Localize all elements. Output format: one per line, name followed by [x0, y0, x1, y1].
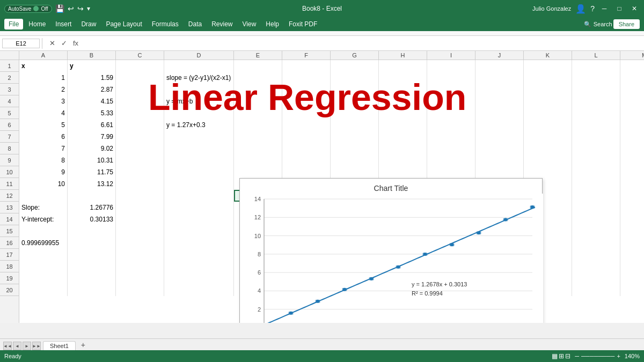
cell-L15[interactable] — [572, 225, 620, 237]
cell-L7[interactable] — [572, 131, 620, 143]
cell-G2[interactable] — [331, 72, 379, 84]
cell-B16[interactable] — [68, 237, 116, 249]
cell-F7[interactable] — [282, 131, 331, 143]
row-header-18[interactable]: 18 — [0, 261, 19, 272]
cell-D14[interactable] — [164, 213, 234, 225]
cell-H3[interactable] — [379, 84, 427, 95]
cell-E4[interactable] — [234, 95, 282, 107]
cell-E5[interactable] — [234, 107, 282, 119]
cell-E3[interactable] — [234, 84, 282, 95]
cell-C8[interactable] — [116, 143, 164, 154]
cell-C1[interactable] — [116, 60, 164, 72]
cell-C5[interactable] — [116, 107, 164, 119]
cell-I10[interactable] — [427, 166, 475, 178]
cell-G10[interactable] — [331, 166, 379, 178]
cell-D19[interactable] — [164, 272, 234, 284]
cell-K4[interactable] — [524, 95, 572, 107]
cell-A2[interactable]: 1 — [19, 72, 68, 84]
cell-L3[interactable] — [572, 84, 620, 95]
row-header-10[interactable]: 10 — [0, 166, 19, 178]
cell-M5[interactable] — [620, 107, 644, 119]
row-header-3[interactable]: 3 — [0, 84, 19, 95]
cell-F9[interactable] — [282, 154, 331, 166]
cell-D13[interactable] — [164, 202, 234, 213]
row-header-20[interactable]: 20 — [0, 284, 19, 296]
cell-B2[interactable]: 1.59 — [68, 72, 116, 84]
cell-C14[interactable] — [116, 213, 164, 225]
cell-C9[interactable] — [116, 154, 164, 166]
col-header-B[interactable]: B — [68, 51, 116, 60]
cell-M11[interactable] — [620, 178, 644, 190]
cell-C17[interactable] — [116, 249, 164, 261]
cell-I9[interactable] — [427, 154, 475, 166]
cell-B9[interactable]: 10.31 — [68, 154, 116, 166]
cell-E8[interactable] — [234, 143, 282, 154]
cell-G5[interactable] — [331, 107, 379, 119]
cell-M18[interactable] — [620, 261, 644, 272]
cell-H10[interactable] — [379, 166, 427, 178]
cell-M19[interactable] — [620, 272, 644, 284]
cell-A8[interactable]: 7 — [19, 143, 68, 154]
cell-L14[interactable] — [572, 213, 620, 225]
col-header-I[interactable]: I — [427, 51, 475, 60]
cell-B19[interactable] — [68, 272, 116, 284]
cell-B7[interactable]: 7.99 — [68, 131, 116, 143]
col-header-F[interactable]: F — [282, 51, 331, 60]
formula-input[interactable] — [85, 40, 642, 47]
cell-H4[interactable] — [379, 95, 427, 107]
cell-M7[interactable] — [620, 131, 644, 143]
cell-M6[interactable] — [620, 119, 644, 131]
cell-A1[interactable]: x — [19, 60, 68, 72]
cell-H5[interactable] — [379, 107, 427, 119]
row-header-7[interactable]: 7 — [0, 131, 19, 143]
confirm-formula-icon[interactable]: ✓ — [58, 38, 69, 49]
cell-G3[interactable] — [331, 84, 379, 95]
cell-A4[interactable]: 3 — [19, 95, 68, 107]
cell-B18[interactable] — [68, 261, 116, 272]
cell-G6[interactable] — [331, 119, 379, 131]
cell-L10[interactable] — [572, 166, 620, 178]
cell-A3[interactable]: 2 — [19, 84, 68, 95]
scroll-next-arrow[interactable]: ► — [23, 342, 31, 350]
cell-B11[interactable]: 13.12 — [68, 178, 116, 190]
cell-C10[interactable] — [116, 166, 164, 178]
cell-E10[interactable] — [234, 166, 282, 178]
cell-K5[interactable] — [524, 107, 572, 119]
menu-data[interactable]: Data — [184, 19, 206, 29]
chart-container[interactable]: Chart Title — [239, 178, 543, 323]
cell-L11[interactable] — [572, 178, 620, 190]
cell-B13[interactable]: 1.26776 — [68, 202, 116, 213]
cell-B12[interactable] — [68, 190, 116, 202]
cell-D17[interactable] — [164, 249, 234, 261]
row-header-12[interactable]: 12 — [0, 190, 19, 202]
cell-B14[interactable]: 0.30133 — [68, 213, 116, 225]
cell-D5[interactable] — [164, 107, 234, 119]
menu-foxitpdf[interactable]: Foxit PDF — [284, 19, 321, 29]
cell-M20[interactable] — [620, 284, 644, 296]
normal-view-icon[interactable]: ▦ — [552, 352, 558, 360]
cell-L1[interactable] — [572, 60, 620, 72]
cell-D20[interactable] — [164, 284, 234, 296]
menu-view[interactable]: View — [238, 19, 261, 29]
close-button[interactable]: ✕ — [629, 3, 640, 14]
cell-A19[interactable] — [19, 272, 68, 284]
redo-icon[interactable]: ↪ — [77, 4, 84, 13]
cell-D7[interactable] — [164, 131, 234, 143]
cell-H7[interactable] — [379, 131, 427, 143]
cell-J7[interactable] — [475, 131, 524, 143]
cell-C4[interactable] — [116, 95, 164, 107]
row-header-15[interactable]: 15 — [0, 225, 19, 237]
cell-L5[interactable] — [572, 107, 620, 119]
row-header-5[interactable]: 5 — [0, 107, 19, 119]
cell-G4[interactable] — [331, 95, 379, 107]
cell-C15[interactable] — [116, 225, 164, 237]
cell-F4[interactable] — [282, 95, 331, 107]
cell-D2[interactable]: slope = (y2-y1)/(x2-x1) — [164, 72, 234, 84]
page-break-icon[interactable]: ⊟ — [565, 352, 570, 360]
cell-D12[interactable] — [164, 190, 234, 202]
cell-I7[interactable] — [427, 131, 475, 143]
cell-I4[interactable] — [427, 95, 475, 107]
cell-G1[interactable] — [331, 60, 379, 72]
col-header-A[interactable]: A — [19, 51, 68, 60]
menu-draw[interactable]: Draw — [77, 19, 100, 29]
